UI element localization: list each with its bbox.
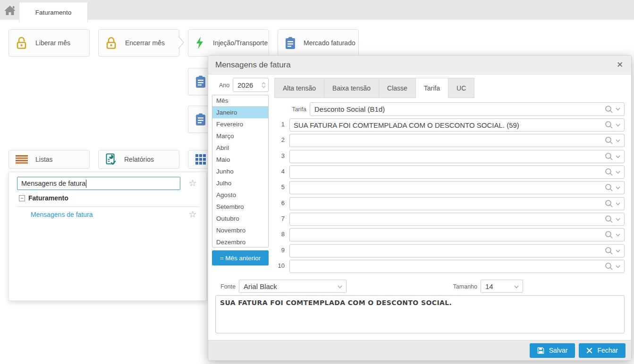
chevron-down-icon[interactable] — [616, 108, 620, 111]
spinner-arrows[interactable] — [259, 82, 268, 88]
favorite-star-icon[interactable]: ☆ — [187, 209, 198, 220]
encerrar-mes-button[interactable]: Encerrar mês — [98, 29, 179, 57]
dialog-tabstrip: Alta tensão Baixa tensão Classe Tarifa U… — [274, 78, 474, 98]
tree-group-faturamento[interactable]: − Faturamento — [19, 194, 68, 202]
favorite-star-icon[interactable]: ☆ — [187, 178, 198, 189]
fonte-select[interactable]: Arial Black — [239, 280, 347, 293]
tarifa-value: Desconto Social (B1d) — [310, 105, 605, 113]
message-input-5[interactable] — [290, 184, 605, 192]
message-number: 2 — [271, 136, 285, 143]
close-icon[interactable]: ✕ — [615, 60, 625, 70]
message-field-10[interactable] — [289, 260, 625, 273]
message-input-10[interactable] — [290, 263, 605, 271]
mensagens-de-fatura-dialog: Mensagens de fatura ✕ Ano 2026 Mês Janei… — [208, 55, 632, 361]
month-item-agosto[interactable]: Agosto — [212, 189, 268, 201]
chevron-down-icon[interactable] — [616, 233, 620, 237]
message-field-8[interactable] — [289, 228, 625, 241]
search-icon[interactable] — [605, 231, 613, 239]
search-icon[interactable] — [605, 215, 613, 223]
chevron-down-icon[interactable] — [616, 171, 620, 174]
chevron-down-icon[interactable] — [616, 124, 620, 127]
tab-tarifa[interactable]: Tarifa — [415, 78, 448, 98]
tree-item-mensagens-de-fatura[interactable]: Mensagens de fatura — [31, 211, 93, 218]
message-field-9[interactable] — [289, 244, 625, 257]
month-item-novembro[interactable]: Novembro — [212, 224, 268, 236]
search-icon[interactable] — [605, 105, 613, 114]
search-icon[interactable] — [605, 183, 613, 192]
month-item-dezembro[interactable]: Dezembro — [212, 236, 268, 248]
chevron-down-icon[interactable] — [616, 186, 620, 190]
month-item-setembro[interactable]: Setembro — [212, 201, 268, 213]
message-field-3[interactable] — [289, 150, 625, 163]
collapse-icon[interactable]: − — [19, 195, 25, 201]
message-input-8[interactable] — [290, 231, 605, 239]
search-icon[interactable] — [605, 168, 613, 176]
chevron-down-icon[interactable] — [616, 218, 620, 221]
message-field-6[interactable] — [289, 197, 625, 210]
search-icon[interactable] — [605, 136, 613, 145]
chevron-down-icon[interactable] — [616, 249, 620, 253]
message-input-3[interactable] — [290, 153, 605, 161]
month-item-maio[interactable]: Maio — [212, 154, 268, 165]
search-input[interactable]: Mensagens de fatura — [17, 177, 180, 190]
search-icon[interactable] — [605, 262, 613, 271]
chevron-down-icon[interactable] — [616, 265, 620, 268]
clipboard-icon — [195, 113, 206, 126]
home-icon[interactable] — [4, 5, 16, 16]
month-item-fevereiro[interactable]: Fevereiro — [212, 118, 268, 130]
mercado-faturado-button[interactable]: Mercado faturado — [278, 29, 359, 57]
grid-icon — [195, 154, 206, 165]
chevron-down-icon[interactable] — [616, 139, 620, 142]
injecao-transporte-button[interactable]: Injeção/Transporte — [188, 29, 269, 57]
message-row: 6 — [274, 197, 625, 210]
lock-icon — [105, 36, 118, 50]
month-item-marco[interactable]: Março — [212, 130, 268, 142]
message-number: 3 — [271, 152, 285, 159]
search-icon[interactable] — [605, 121, 613, 129]
tab-faturamento[interactable]: Faturamento — [19, 2, 88, 23]
message-field-5[interactable] — [289, 181, 625, 194]
liberar-mes-button[interactable]: Liberar mês — [8, 29, 90, 57]
message-input-2[interactable] — [290, 137, 605, 145]
message-row: 7 — [274, 213, 625, 226]
message-input-6[interactable] — [290, 200, 605, 208]
tarifa-combobox[interactable]: Desconto Social (B1d) — [310, 102, 625, 116]
relatorios-button[interactable]: Relatórios — [98, 150, 179, 169]
tab-baixa-tensao[interactable]: Baixa tensão — [324, 78, 379, 98]
message-field-4[interactable] — [289, 165, 625, 179]
year-spinner[interactable]: 2026 — [233, 78, 269, 92]
message-input-1[interactable] — [290, 121, 605, 129]
chevron-down-icon[interactable] — [616, 155, 620, 158]
message-field-1[interactable] — [289, 118, 625, 132]
message-input-7[interactable] — [290, 215, 605, 223]
dialog-header: Mensagens de fatura ✕ — [208, 56, 631, 74]
search-icon[interactable] — [605, 247, 613, 255]
month-item-janeiro[interactable]: Janeiro — [212, 107, 268, 118]
message-field-7[interactable] — [289, 213, 625, 226]
tamanho-select[interactable]: 14 — [481, 280, 523, 293]
chevron-down-icon[interactable] — [616, 202, 620, 206]
listas-button[interactable]: Listas — [8, 150, 90, 169]
message-input-9[interactable] — [290, 247, 605, 255]
month-item-abril[interactable]: Abril — [212, 142, 268, 154]
mes-anterior-button[interactable]: = Mês anterior — [212, 250, 269, 265]
tab-alta-tensao[interactable]: Alta tensão — [274, 78, 324, 98]
message-row: 2 — [274, 134, 625, 147]
message-number: 4 — [271, 168, 285, 175]
tab-uc[interactable]: UC — [448, 78, 474, 98]
message-number: 8 — [271, 231, 285, 238]
message-field-2[interactable] — [289, 134, 625, 147]
mercado-faturado-label: Mercado faturado — [304, 39, 355, 47]
message-input-4[interactable] — [290, 168, 605, 176]
month-item-julho[interactable]: Julho — [212, 177, 268, 189]
top-tab-bar — [0, 0, 634, 20]
tab-classe[interactable]: Classe — [379, 78, 416, 98]
month-item-junho[interactable]: Junho — [212, 165, 268, 177]
list-icon — [16, 155, 28, 164]
fechar-button[interactable]: Fechar — [579, 343, 626, 358]
report-icon — [105, 153, 117, 165]
search-icon[interactable] — [605, 152, 613, 161]
search-icon[interactable] — [605, 199, 613, 208]
month-item-outubro[interactable]: Outubro — [212, 213, 268, 224]
salvar-button[interactable]: Salvar — [530, 343, 575, 358]
